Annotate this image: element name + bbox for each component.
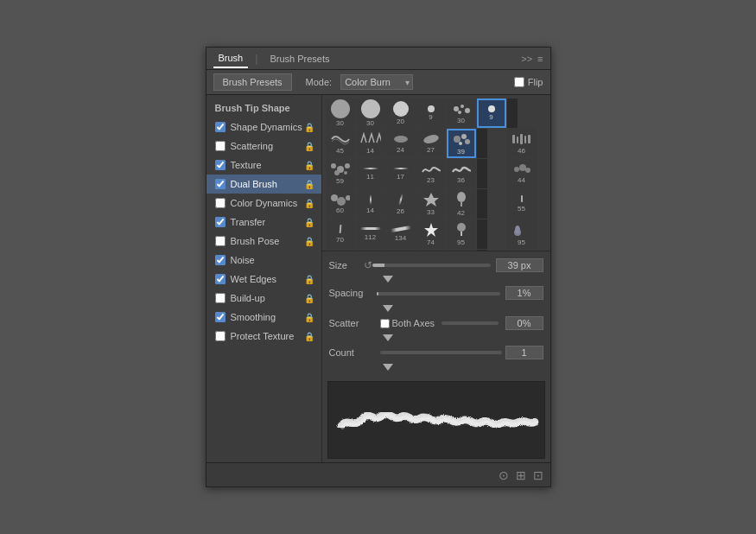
brush-cell[interactable]: 36 [356, 250, 385, 251]
checkbox-brush-pose[interactable]: Brush Pose 🔒 [206, 232, 321, 251]
brush-cell[interactable]: 33 [386, 250, 416, 251]
svg-point-19 [344, 171, 347, 175]
checkbox-wet-edges[interactable]: Wet Edges 🔒 [206, 270, 321, 289]
brush-cell[interactable]: 30 [326, 99, 355, 128]
checkbox-dual-brush[interactable]: Dual Brush 🔒 [206, 175, 321, 194]
brush-cell[interactable]: 59 [326, 159, 355, 188]
checkbox-shape-dynamics-input[interactable] [215, 122, 226, 132]
brush-cell[interactable]: 30 [356, 99, 385, 128]
brush-cell[interactable]: 24 [386, 129, 416, 158]
checkbox-color-dynamics-input[interactable] [215, 198, 226, 208]
scatter-track[interactable] [442, 321, 498, 325]
checkbox-protect-texture-input[interactable] [215, 331, 226, 341]
scrollbar-placeholder [507, 99, 518, 128]
scatter-marker[interactable] [383, 334, 393, 341]
brush-cell[interactable]: 74 [416, 219, 446, 249]
svg-point-17 [345, 163, 350, 168]
brush-cell[interactable]: 46 [507, 129, 537, 158]
count-marker[interactable] [383, 364, 393, 371]
checkbox-texture[interactable]: Texture 🔒 [206, 156, 321, 175]
svg-rect-13 [524, 136, 526, 143]
flip-checkbox[interactable] [514, 77, 524, 87]
checkbox-dual-brush-input[interactable] [215, 179, 226, 189]
size-value-input[interactable] [496, 258, 543, 272]
svg-point-25 [346, 195, 350, 200]
brush-cell[interactable]: 26 [386, 189, 416, 219]
footer-icon-grid[interactable]: ⊞ [516, 468, 526, 482]
brush-cell[interactable]: 70 [326, 219, 355, 249]
size-label: Size [329, 260, 364, 270]
lock-icon-wet-edges: 🔒 [304, 275, 314, 284]
brush-cell[interactable]: 95 [507, 219, 537, 249]
checkbox-texture-input[interactable] [215, 160, 226, 170]
brush-cell-main-selected[interactable]: 39 [447, 129, 476, 158]
footer-icon-list[interactable]: ⊡ [533, 468, 543, 482]
brush-cell[interactable]: 30 [447, 99, 476, 128]
spacing-track[interactable] [377, 292, 500, 296]
mode-select[interactable]: Normal Dissolve Color Burn Color Dodge M… [340, 74, 413, 90]
size-track[interactable] [372, 264, 491, 267]
both-axes-checkbox[interactable] [380, 319, 390, 328]
size-marker[interactable] [383, 276, 393, 283]
brush-cell[interactable]: 36 [447, 159, 476, 188]
brush-cell[interactable]: 63 [416, 250, 446, 251]
tab-brush-presets-header[interactable]: Brush Presets [264, 50, 334, 67]
checkbox-scattering[interactable]: Scattering 🔒 [206, 137, 321, 156]
checkbox-noise-input[interactable] [215, 255, 226, 265]
left-panel: Brush Tip Shape Shape Dynamics 🔒 Scatter… [206, 95, 322, 462]
brush-cell[interactable]: 112 [356, 219, 385, 249]
checkbox-brush-pose-input[interactable] [215, 236, 226, 246]
scatter-value-input[interactable] [505, 316, 543, 330]
brush-cell[interactable]: 95 [447, 219, 476, 249]
spacing-value-input[interactable] [505, 286, 543, 300]
checkbox-transfer-input[interactable] [215, 217, 226, 227]
checkbox-color-dynamics[interactable]: Color Dynamics 🔒 [206, 194, 321, 213]
svg-point-24 [337, 197, 346, 206]
brush-cell[interactable]: 66 [447, 250, 476, 251]
brush-cell-selected[interactable]: 9 [477, 99, 506, 128]
checkbox-protect-texture-label: Protect Texture [231, 331, 304, 341]
count-value-input[interactable] [505, 346, 543, 359]
brush-cell[interactable]: 55 [507, 189, 537, 219]
lock-icon-texture: 🔒 [304, 161, 314, 170]
brush-cell[interactable]: 17 [386, 159, 416, 188]
brush-cell[interactable]: 134 [386, 219, 416, 249]
both-axes-label-wrap[interactable]: Both Axes [380, 318, 435, 328]
checkbox-noise[interactable]: Noise [206, 251, 321, 270]
checkbox-transfer[interactable]: Transfer 🔒 [206, 213, 321, 232]
checkbox-scattering-input[interactable] [215, 141, 226, 151]
checkbox-smoothing-input[interactable] [215, 312, 226, 322]
tab-brush[interactable]: Brush [213, 49, 249, 68]
footer-icon-eye[interactable]: ⊙ [499, 468, 509, 482]
brush-cell[interactable]: 60 [326, 189, 355, 219]
brush-cell[interactable]: 90 [326, 250, 355, 251]
brush-cell[interactable]: 45 [326, 129, 355, 158]
count-track[interactable] [380, 351, 502, 354]
brush-cell[interactable]: 42 [447, 189, 476, 219]
brush-cell[interactable]: 9 [416, 99, 446, 128]
both-axes-text: Both Axes [392, 318, 435, 328]
size-reset-button[interactable]: ↺ [364, 259, 372, 271]
brush-cell[interactable]: 11 [356, 159, 385, 188]
svg-point-4 [394, 136, 408, 143]
brush-cell[interactable]: 20 [386, 99, 416, 128]
svg-point-18 [334, 170, 340, 175]
checkbox-buildup[interactable]: Build-up 🔒 [206, 289, 321, 308]
brush-cell[interactable]: 33 [416, 189, 446, 219]
brush-presets-button[interactable]: Brush Presets [213, 73, 292, 91]
checkbox-smoothing[interactable]: Smoothing 🔒 [206, 308, 321, 327]
checkbox-wet-edges-input[interactable] [215, 274, 226, 284]
brush-cell[interactable]: 14 [356, 129, 385, 158]
checkbox-protect-texture[interactable]: Protect Texture 🔒 [206, 327, 321, 346]
flip-checkbox-label[interactable]: Flip [514, 77, 543, 87]
checkbox-shape-dynamics[interactable]: Shape Dynamics 🔒 [206, 118, 321, 137]
brush-cell[interactable]: 23 [416, 159, 446, 188]
checkbox-buildup-input[interactable] [215, 293, 226, 303]
scatter-control-row: Scatter Both Axes [329, 316, 543, 330]
menu-icon[interactable]: ≡ [537, 54, 543, 64]
brush-cell[interactable]: 27 [416, 129, 446, 158]
spacing-marker[interactable] [383, 305, 393, 312]
expand-icon[interactable]: >> [521, 54, 532, 64]
brush-cell[interactable]: 44 [507, 159, 537, 188]
brush-cell[interactable]: 14 [356, 189, 385, 219]
